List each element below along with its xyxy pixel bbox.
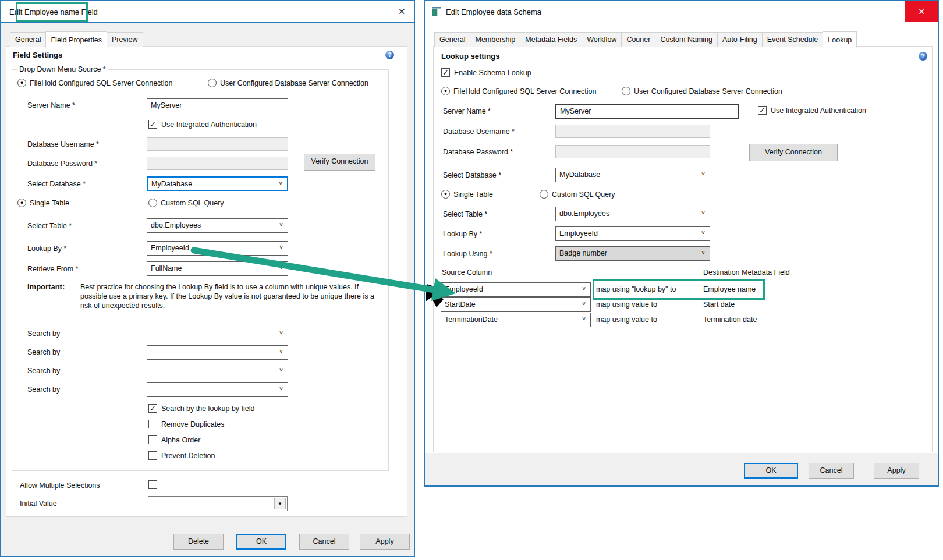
- source-column-header: Source Column: [442, 268, 492, 277]
- tab-courier[interactable]: Courier: [621, 32, 655, 47]
- radio-single-table-label: Single Table: [30, 199, 69, 207]
- select-table-combo[interactable]: dbo.Employees ∨: [147, 218, 288, 233]
- verify-connection-button[interactable]: Verify Connection: [749, 144, 838, 161]
- tab-event-schedule[interactable]: Event Schedule: [762, 32, 824, 47]
- radio-filehold-label: FileHold Configured SQL Server Connectio…: [30, 79, 173, 87]
- tab-metadata-fields[interactable]: Metadata Fields: [520, 32, 582, 47]
- radio-single-table[interactable]: ●: [17, 199, 26, 207]
- chevron-down-icon: ∨: [701, 171, 706, 177]
- enable-schema-lookup-checkbox[interactable]: ✓: [441, 68, 450, 77]
- cancel-button[interactable]: Cancel: [809, 463, 854, 479]
- section-title: Field Settings: [13, 51, 62, 59]
- search-by-combo-1[interactable]: ∨: [147, 327, 288, 341]
- server-name-input[interactable]: [555, 104, 739, 119]
- select-database-label: Select Database *: [27, 180, 86, 188]
- chevron-down-icon: ∨: [279, 349, 283, 355]
- cancel-button[interactable]: Cancel: [299, 534, 349, 550]
- search-by-lookup-checkbox[interactable]: ✓: [148, 404, 157, 413]
- allow-multiple-checkbox[interactable]: [148, 480, 157, 489]
- chevron-down-icon: ∨: [279, 222, 283, 228]
- radio-single-table[interactable]: ●: [441, 190, 450, 199]
- retrieve-from-combo[interactable]: FullName ∨: [147, 261, 288, 276]
- integrated-auth-checkbox[interactable]: ✓: [758, 106, 767, 115]
- radio-filehold-connection[interactable]: ●: [441, 87, 450, 95]
- section-title: Lookup settings: [441, 52, 499, 61]
- verify-connection-button[interactable]: Verify Connection: [304, 154, 375, 171]
- help-icon[interactable]: ?: [385, 51, 394, 59]
- search-by-label: Search by: [27, 385, 60, 394]
- select-table-label: Select Table *: [27, 222, 72, 230]
- remove-duplicates-checkbox[interactable]: [148, 420, 157, 428]
- tab-membership[interactable]: Membership: [470, 32, 520, 47]
- search-by-combo-3[interactable]: ∨: [147, 364, 288, 378]
- alpha-order-checkbox[interactable]: [148, 435, 157, 444]
- lookup-by-value: EmployeeId: [151, 244, 189, 252]
- database-username-label: Database Username *: [27, 140, 99, 148]
- close-icon[interactable]: ✕: [398, 6, 406, 17]
- radio-user-label: User Configured Database Server Connecti…: [220, 79, 368, 87]
- tab-field-properties[interactable]: Field Properties: [45, 31, 107, 48]
- select-database-combo[interactable]: MyDatabase ∨: [555, 168, 710, 182]
- select-table-combo[interactable]: dbo.Employees ∨: [555, 207, 710, 221]
- dialog-title: Edit Employee data Schema: [446, 8, 541, 16]
- apply-button[interactable]: Apply: [360, 534, 410, 550]
- tab-workflow[interactable]: Workflow: [582, 32, 622, 47]
- mapping-source-combo[interactable]: StartDate ∨: [441, 297, 591, 312]
- search-by-label: Search by: [27, 348, 60, 356]
- select-database-label: Select Database *: [443, 171, 501, 179]
- chevron-down-icon: ∨: [701, 230, 706, 236]
- edit-schema-titlebar: Edit Employee data Schema ✕: [425, 1, 938, 23]
- chevron-down-icon: ∨: [582, 316, 586, 322]
- mapping-source-value: TerminationDate: [445, 316, 498, 324]
- edit-schema-dialog: Edit Employee data Schema ✕ General Memb…: [424, 0, 939, 487]
- mapping-destination: Termination date: [703, 316, 757, 324]
- apply-button[interactable]: Apply: [874, 463, 919, 479]
- ok-button[interactable]: OK: [236, 534, 286, 550]
- radio-user-connection[interactable]: [622, 87, 630, 95]
- mapping-source-combo[interactable]: TerminationDate ∨: [441, 313, 591, 327]
- prevent-deletion-checkbox[interactable]: [148, 451, 157, 460]
- help-icon[interactable]: ?: [919, 52, 927, 61]
- chevron-down-icon: ∨: [582, 301, 586, 307]
- chevron-down-icon: ∨: [701, 210, 706, 216]
- server-name-input[interactable]: [147, 98, 288, 112]
- important-text: Best practice for choosing the Lookup By…: [80, 282, 387, 310]
- lookup-by-combo[interactable]: EmployeeId ∨: [555, 226, 710, 241]
- tab-general[interactable]: General: [434, 32, 470, 47]
- mapping-method: map using value to: [596, 300, 657, 309]
- database-username-input: [555, 125, 710, 138]
- retrieve-from-label: Retrieve From *: [27, 265, 79, 273]
- database-username-input: [147, 137, 288, 151]
- title-highlight-annotation: [16, 2, 88, 22]
- integrated-auth-checkbox[interactable]: ✓: [148, 120, 157, 129]
- radio-user-label: User Configured Database Server Connecti…: [634, 87, 782, 95]
- window-icon: [432, 7, 441, 18]
- integrated-auth-label: Use Integrated Authentication: [771, 107, 866, 115]
- tab-general[interactable]: General: [10, 32, 46, 47]
- radio-custom-sql-label: Custom SQL Query: [552, 190, 615, 199]
- edit-field-dialog: Edit Employee name Field ✕ General Field…: [0, 0, 415, 557]
- tab-custom-naming[interactable]: Custom Naming: [655, 32, 718, 47]
- delete-button[interactable]: Delete: [173, 534, 224, 550]
- tab-preview[interactable]: Preview: [107, 32, 143, 47]
- radio-user-connection[interactable]: [208, 79, 217, 87]
- radio-filehold-connection[interactable]: ●: [17, 79, 26, 87]
- dropdown-arrow-icon[interactable]: ▼: [274, 498, 286, 509]
- radio-custom-sql[interactable]: [540, 190, 548, 199]
- select-table-value: dbo.Employees: [151, 221, 201, 229]
- radio-custom-sql[interactable]: [148, 199, 157, 207]
- tab-lookup[interactable]: Lookup: [823, 31, 857, 48]
- lookup-by-combo[interactable]: EmployeeId ∨: [147, 241, 288, 256]
- search-by-combo-4[interactable]: ∨: [147, 382, 288, 397]
- mapping-source-combo[interactable]: EmployeeId ∨: [441, 282, 591, 297]
- initial-value-combo[interactable]: ▼: [148, 496, 288, 511]
- close-button[interactable]: ✕: [905, 1, 938, 22]
- select-database-combo[interactable]: MyDatabase ∨: [147, 176, 288, 191]
- mapping-source-value: EmployeeId: [445, 285, 483, 293]
- search-by-combo-2[interactable]: ∨: [147, 345, 288, 360]
- database-password-input: [555, 145, 710, 158]
- ok-button[interactable]: OK: [744, 463, 798, 479]
- tab-auto-filing[interactable]: Auto-Filing: [717, 32, 763, 47]
- enable-schema-lookup-label: Enable Schema Lookup: [454, 69, 531, 77]
- lookup-using-combo[interactable]: Badge number ∨: [555, 246, 710, 261]
